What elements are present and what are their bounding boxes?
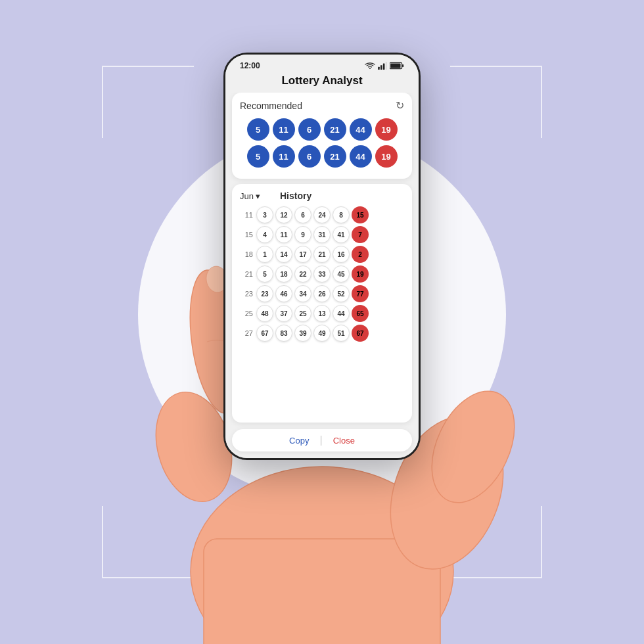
history-section: Jun ▾ History 11312624815154119314171811… — [232, 184, 412, 423]
history-bonus-ball: 2 — [352, 246, 369, 263]
history-title: History — [280, 191, 311, 201]
lottery-ball: 21 — [324, 118, 346, 141]
recommended-header: Recommended ↻ — [240, 99, 404, 112]
history-row: 15411931417 — [240, 226, 404, 243]
lottery-ball: 11 — [273, 118, 295, 141]
svg-rect-1 — [204, 539, 440, 644]
history-bonus-ball: 67 — [352, 325, 369, 342]
history-row: 25483725134465 — [240, 305, 404, 322]
history-ball: 6 — [294, 206, 311, 223]
history-row: 2151822334519 — [240, 265, 404, 283]
history-ball: 18 — [275, 265, 292, 283]
svg-rect-18 — [402, 64, 403, 67]
history-date: 25 — [240, 310, 253, 317]
history-ball: 3 — [256, 206, 273, 223]
history-date: 21 — [240, 270, 253, 278]
history-ball: 21 — [313, 246, 331, 263]
svg-rect-15 — [383, 64, 385, 70]
bottom-buttons: Copy | Close — [232, 429, 412, 451]
history-ball: 25 — [294, 305, 311, 322]
history-ball: 46 — [275, 285, 292, 302]
history-ball: 23 — [256, 285, 273, 302]
lottery-ball: 5 — [247, 145, 269, 168]
battery-icon — [390, 62, 404, 70]
recommended-row-1: 5116214419 — [240, 118, 404, 141]
history-row: 11312624815 — [240, 206, 404, 223]
history-ball: 24 — [313, 206, 331, 223]
month-selector[interactable]: Jun ▾ — [240, 191, 260, 201]
history-rows-container: 1131262481515411931417181141721162215182… — [240, 206, 404, 342]
svg-rect-14 — [380, 65, 382, 70]
history-date: 27 — [240, 329, 253, 337]
status-icons — [365, 62, 404, 70]
svg-rect-13 — [378, 67, 380, 70]
app-content: Recommended ↻ 5116214419 5116214419 Jun … — [225, 93, 419, 458]
wifi-icon — [365, 62, 375, 70]
recommended-row-2: 5116214419 — [240, 145, 404, 168]
history-bonus-ball: 65 — [352, 305, 369, 322]
history-row: 27678339495167 — [240, 325, 404, 342]
history-ball: 33 — [313, 265, 331, 283]
lottery-ball: 6 — [298, 118, 321, 141]
recommended-card: Recommended ↻ 5116214419 5116214419 — [232, 93, 412, 179]
history-ball: 11 — [275, 226, 292, 243]
history-ball: 48 — [256, 305, 273, 322]
history-row: 23234634265277 — [240, 285, 404, 302]
signal-icon — [378, 62, 387, 70]
history-ball: 67 — [256, 325, 273, 342]
history-bonus-ball: 7 — [352, 226, 369, 243]
lottery-ball: 5 — [247, 118, 269, 141]
history-ball: 17 — [294, 246, 311, 263]
dropdown-chevron: ▾ — [256, 191, 260, 201]
lottery-ball: 19 — [375, 118, 398, 141]
bracket-top-right — [450, 66, 542, 138]
history-ball: 44 — [333, 305, 350, 322]
history-date: 15 — [240, 231, 253, 239]
history-ball: 52 — [333, 285, 350, 302]
bracket-top-left — [102, 66, 194, 138]
history-bonus-ball: 77 — [352, 285, 369, 302]
history-ball: 16 — [333, 246, 350, 263]
history-ball: 37 — [275, 305, 292, 322]
bracket-bottom-right — [450, 506, 542, 578]
history-ball: 9 — [294, 226, 311, 243]
history-date: 11 — [240, 211, 253, 219]
history-ball: 14 — [275, 246, 292, 263]
copy-button[interactable]: Copy — [279, 436, 319, 446]
lottery-ball: 44 — [350, 145, 372, 168]
history-ball: 8 — [333, 206, 350, 223]
lottery-ball: 19 — [375, 145, 398, 168]
history-ball: 49 — [313, 325, 331, 342]
history-ball: 4 — [256, 226, 273, 243]
app-title: Lottery Analyst — [225, 73, 419, 93]
history-ball: 13 — [313, 305, 331, 322]
time-display: 12:00 — [240, 61, 260, 70]
refresh-icon[interactable]: ↻ — [396, 99, 404, 112]
recommended-title: Recommended — [240, 101, 302, 111]
svg-rect-16 — [386, 62, 387, 70]
lottery-ball: 6 — [298, 145, 321, 168]
history-ball: 26 — [313, 285, 331, 302]
lottery-ball: 44 — [350, 118, 372, 141]
history-date: 18 — [240, 250, 253, 258]
phone: 12:00 — [223, 53, 421, 460]
history-ball: 51 — [333, 325, 350, 342]
history-ball: 34 — [294, 285, 311, 302]
lottery-ball: 21 — [324, 145, 346, 168]
history-ball: 22 — [294, 265, 311, 283]
history-ball: 41 — [333, 226, 350, 243]
svg-rect-19 — [390, 64, 400, 68]
history-ball: 31 — [313, 226, 331, 243]
history-ball: 1 — [256, 246, 273, 263]
history-ball: 39 — [294, 325, 311, 342]
history-date: 23 — [240, 290, 253, 298]
history-header: Jun ▾ History — [240, 191, 404, 201]
history-row: 181141721162 — [240, 246, 404, 263]
lottery-ball: 11 — [273, 145, 295, 168]
history-bonus-ball: 15 — [352, 206, 369, 223]
history-bonus-ball: 19 — [352, 265, 369, 283]
close-button[interactable]: Close — [323, 436, 365, 446]
history-ball: 45 — [333, 265, 350, 283]
history-ball: 5 — [256, 265, 273, 283]
month-label: Jun — [240, 191, 254, 201]
